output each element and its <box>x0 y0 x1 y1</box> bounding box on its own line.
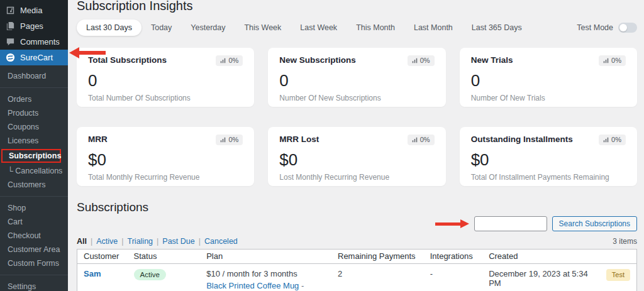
bar-chart-icon <box>412 58 418 63</box>
status-filter-active[interactable]: Active <box>96 237 118 246</box>
stats-cards-grid: Total Subscriptions 0% 0 Total Number Of… <box>77 48 637 186</box>
date-filter-last-month[interactable]: Last Month <box>404 19 462 36</box>
sidebar-item-comments[interactable]: Comments <box>0 34 68 50</box>
column-customer: Customer <box>77 250 128 264</box>
date-range-filter-bar: Last 30 Days Today Yesterday This Week L… <box>77 19 637 36</box>
date-filter-last-365-days[interactable]: Last 365 Days <box>462 19 531 36</box>
trend-badge: 0% <box>408 55 435 66</box>
media-icon <box>6 6 15 15</box>
main-content: Subscription Insights Last 30 Days Today… <box>68 0 644 291</box>
column-created: Created <box>482 250 600 264</box>
test-mode-badge: Test <box>606 269 630 281</box>
pages-icon <box>6 21 15 31</box>
card-description: Total Of Installment Payments Remaining <box>471 173 626 182</box>
stat-card-mrr: MRR 0% $0 Total Monthly Recurring Revenu… <box>77 127 254 186</box>
card-value: 0 <box>471 72 626 89</box>
sidebar-item-shop[interactable]: Shop <box>0 201 68 215</box>
card-title: MRR Lost <box>279 135 319 145</box>
search-subscriptions-input[interactable] <box>474 216 547 231</box>
submenu-divider <box>0 275 68 275</box>
sidebar-item-licenses[interactable]: Licenses <box>0 134 68 148</box>
submenu-divider <box>0 87 68 88</box>
stat-card-new-subscriptions: New Subscriptions 0% 0 Number Of New Sub… <box>268 48 445 107</box>
integrations-value: - <box>424 264 482 291</box>
items-count: 3 items <box>613 237 637 246</box>
column-plan: Plan <box>200 250 331 264</box>
sidebar-item-subscriptions[interactable]: Subscriptions <box>1 149 61 163</box>
bar-chart-icon <box>220 58 226 63</box>
bar-chart-icon <box>603 58 609 63</box>
subscriptions-section-heading: Subscriptions <box>77 200 637 215</box>
sidebar-item-products[interactable]: Products <box>0 106 68 120</box>
sidebar-item-orders[interactable]: Orders <box>0 92 68 106</box>
sidebar-item-cancellations[interactable]: └ Cancellations <box>0 164 68 178</box>
sidebar-item-label: Pages <box>20 22 43 31</box>
toggle-knob <box>619 24 627 31</box>
sidebar-item-label: Media <box>20 6 42 15</box>
date-filter-yesterday[interactable]: Yesterday <box>181 19 235 36</box>
status-filter-past-due[interactable]: Past Due <box>162 237 194 246</box>
card-description: Total Monthly Recurring Revenue <box>88 173 243 182</box>
card-value: $0 <box>471 151 626 168</box>
search-subscriptions-button[interactable]: Search Subscriptions <box>552 216 637 231</box>
column-integrations: Integrations <box>424 250 482 264</box>
comments-icon <box>6 37 15 47</box>
sidebar-item-label: Comments <box>20 38 60 47</box>
page-title: Subscription Insights <box>77 0 637 13</box>
customer-link[interactable]: Sam <box>84 269 101 278</box>
sidebar-item-label: SureCart <box>20 53 53 62</box>
test-mode-label: Test Mode <box>577 23 613 32</box>
trend-badge: 0% <box>599 135 626 145</box>
card-value: $0 <box>88 151 243 168</box>
bar-chart-icon <box>603 137 609 143</box>
stat-card-mrr-lost: MRR Lost 0% $0 Lost Monthly Recurring Re… <box>268 127 445 186</box>
sidebar-item-custom-forms[interactable]: Custom Forms <box>0 256 68 270</box>
date-filter-this-month[interactable]: This Month <box>347 19 404 36</box>
sidebar-item-surecart[interactable]: SureCart <box>0 50 68 65</box>
status-filter-bar: All| Active| Trialing| Past Due| Cancele… <box>77 237 637 246</box>
date-filter-last-week[interactable]: Last Week <box>291 19 347 36</box>
trend-badge: 0% <box>408 135 435 145</box>
surecart-logo-icon <box>6 53 15 62</box>
stat-card-new-trials: New Trials 0% 0 Number Of New Trials <box>460 48 637 107</box>
sidebar-item-pages[interactable]: Pages <box>0 18 68 34</box>
card-value: $0 <box>279 151 434 168</box>
test-mode-toggle[interactable] <box>618 23 637 33</box>
plan-price: $10 / month for 3 months <box>206 269 325 278</box>
card-value: 0 <box>88 72 243 89</box>
card-title: New Trials <box>471 55 513 65</box>
card-value: 0 <box>279 72 434 89</box>
stat-card-outstanding-installments: Outstanding Installments 0% $0 Total Of … <box>460 127 637 186</box>
sidebar-item-settings[interactable]: Settings <box>0 280 68 291</box>
bar-chart-icon <box>220 137 226 143</box>
sidebar-item-coupons[interactable]: Coupons <box>0 120 68 134</box>
plan-product-link[interactable]: Black Printed Coffee Mug <box>206 281 299 290</box>
admin-sidebar: Media Pages Comments SureCart Dashboard … <box>0 0 68 291</box>
trend-badge: 0% <box>216 135 243 145</box>
surecart-submenu: Dashboard Orders Products Coupons Licens… <box>0 65 68 291</box>
status-filter-all[interactable]: All <box>77 237 87 246</box>
subscriptions-table: Customer Status Plan Remaining Payments … <box>77 249 637 291</box>
status-filter-trialing[interactable]: Trialing <box>128 237 153 246</box>
annotation-arrow-surecart <box>69 47 106 58</box>
sidebar-item-dashboard[interactable]: Dashboard <box>0 69 68 83</box>
date-filter-this-week[interactable]: This Week <box>235 19 291 36</box>
status-filter-canceled[interactable]: Canceled <box>204 237 238 246</box>
card-description: Number Of New Subscriptions <box>279 94 434 102</box>
sidebar-item-media[interactable]: Media <box>0 3 68 18</box>
table-row: Sam Active $10 / month for 3 months Blac… <box>77 264 637 291</box>
remaining-payments-value: 2 <box>331 264 424 291</box>
date-filter-today[interactable]: Today <box>142 19 181 36</box>
card-description: Lost Monthly Recurring Revenue <box>279 173 434 182</box>
created-value: December 19, 2023 at 5:34 PM <box>482 264 600 291</box>
sidebar-item-cart[interactable]: Cart <box>0 215 68 229</box>
column-status: Status <box>128 250 201 264</box>
sidebar-item-customer-area[interactable]: Customer Area <box>0 243 68 256</box>
sidebar-item-customers[interactable]: Customers <box>0 178 68 192</box>
card-description: Number Of New Trials <box>471 94 626 102</box>
card-title: New Subscriptions <box>279 55 356 65</box>
sidebar-item-checkout[interactable]: Checkout <box>0 229 68 243</box>
submenu-divider <box>0 196 68 197</box>
date-filter-last-30-days[interactable]: Last 30 Days <box>77 19 142 36</box>
annotation-arrow-search <box>435 219 469 228</box>
